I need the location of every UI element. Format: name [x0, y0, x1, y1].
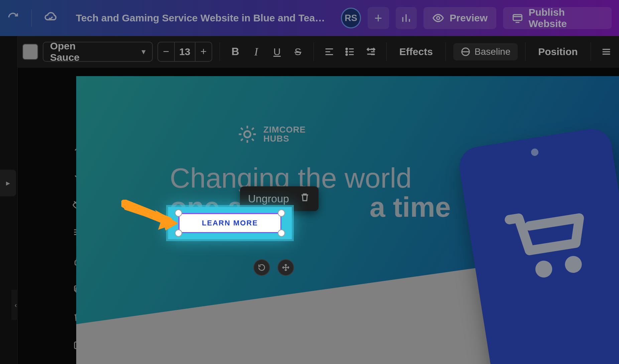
left-panel-collapsed: ▸ ‹	[0, 36, 18, 364]
resize-handle-bl[interactable]	[175, 229, 182, 237]
save-status-icon[interactable]	[44, 10, 58, 26]
site-logo[interactable]: ZIMCORE HUBS	[237, 124, 306, 145]
font-family-value: Open Sauce	[50, 40, 105, 63]
editor-canvas-region: ZIMCORE HUBS Changing the world one ap x…	[18, 67, 619, 364]
divider	[220, 42, 220, 61]
learn-more-label: LEARN MORE	[202, 219, 258, 227]
font-size-value[interactable]: 13	[174, 42, 196, 61]
analytics-button[interactable]	[396, 7, 417, 29]
font-size-stepper[interactable]: − 13 +	[157, 42, 212, 62]
svg-point-11	[534, 259, 553, 279]
logo-text-line2: HUBS	[263, 134, 306, 143]
svg-point-4	[346, 54, 347, 55]
text-toolbar: Open Sauce ▾ − 13 + B I U S Effects Base…	[18, 36, 619, 67]
font-size-increase[interactable]: +	[196, 42, 212, 61]
font-family-select[interactable]: Open Sauce ▾	[43, 42, 153, 62]
svg-point-3	[346, 51, 347, 52]
selection-highlight: LEARN MORE	[168, 207, 292, 239]
svg-point-10	[244, 131, 250, 137]
svg-rect-1	[513, 15, 522, 20]
divider	[525, 42, 525, 61]
text-align-button[interactable]	[321, 43, 337, 60]
move-handle[interactable]	[277, 259, 294, 276]
transform-handles	[253, 259, 294, 276]
divider	[386, 42, 387, 61]
resize-handle-tr[interactable]	[278, 209, 285, 217]
list-button[interactable]	[342, 43, 358, 60]
headline-line2-part2: a time	[370, 191, 451, 223]
ungroup-menu-item[interactable]: Ungroup	[248, 193, 289, 205]
expand-panel-button[interactable]: ▸	[0, 170, 16, 196]
phone-camera-dot	[530, 148, 539, 156]
gear-icon	[237, 124, 258, 145]
share-add-button[interactable]: +	[368, 7, 389, 29]
delete-menu-item[interactable]	[299, 192, 311, 206]
baseline-button[interactable]: Baseline	[453, 43, 518, 60]
learn-more-button[interactable]: LEARN MORE	[178, 213, 281, 233]
document-title[interactable]: Tech and Gaming Service Website in Blue …	[76, 12, 328, 24]
logo-text-line1: ZIMCORE	[263, 125, 306, 134]
chevron-down-icon: ▾	[142, 47, 145, 56]
preview-button[interactable]: Preview	[423, 7, 496, 29]
underline-button[interactable]: U	[269, 43, 285, 60]
svg-point-2	[346, 48, 347, 49]
divider	[446, 42, 446, 61]
publish-website-button[interactable]: Publish Website	[503, 7, 612, 29]
publish-label: Publish Website	[528, 7, 603, 29]
italic-button[interactable]: I	[248, 43, 264, 60]
text-color-swatch[interactable]	[22, 44, 38, 60]
strikethrough-button[interactable]: S	[290, 43, 306, 60]
spacing-button[interactable]	[363, 43, 379, 60]
app-header: Tech and Gaming Service Website in Blue …	[0, 0, 619, 36]
divider	[31, 9, 32, 27]
position-button[interactable]: Position	[533, 43, 583, 61]
redo-button[interactable]	[7, 11, 19, 25]
preview-label: Preview	[450, 12, 487, 24]
effects-button[interactable]: Effects	[394, 43, 438, 61]
font-size-decrease[interactable]: −	[158, 42, 174, 61]
user-avatar[interactable]: RS	[341, 8, 361, 28]
divider	[314, 42, 314, 61]
design-canvas[interactable]: ZIMCORE HUBS Changing the world one ap x…	[76, 76, 619, 364]
svg-point-0	[437, 17, 440, 20]
cart-icon	[489, 189, 609, 298]
bold-button[interactable]: B	[227, 43, 243, 60]
resize-handle-br[interactable]	[278, 229, 285, 237]
resize-handle-tl[interactable]	[175, 209, 182, 217]
svg-point-12	[564, 255, 583, 274]
divider	[591, 42, 591, 61]
more-options-button[interactable]	[598, 43, 614, 60]
baseline-label: Baseline	[475, 46, 510, 57]
phone-content-bars	[506, 355, 619, 364]
rotate-handle[interactable]	[253, 259, 270, 276]
